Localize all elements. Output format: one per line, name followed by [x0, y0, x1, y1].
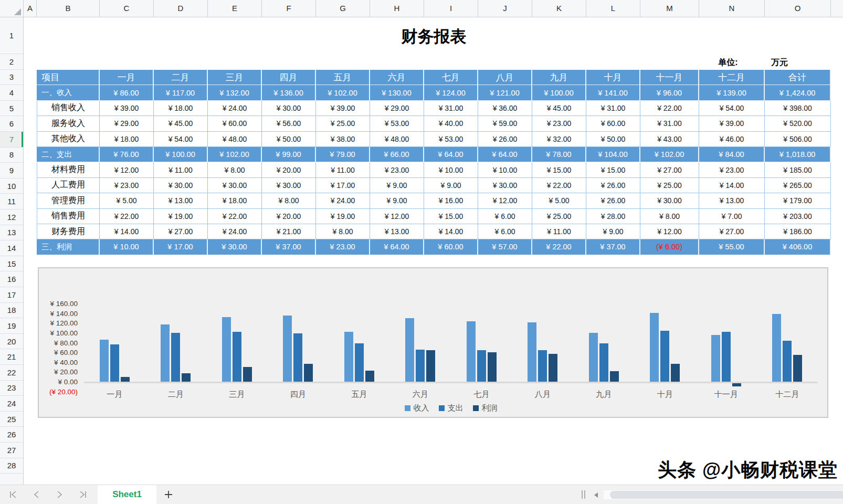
row-header-26[interactable]: 26	[0, 427, 23, 443]
column-header-B[interactable]: B	[37, 0, 100, 17]
table-cell[interactable]: ¥ 14.00	[100, 224, 154, 239]
next-sheet-button[interactable]	[54, 489, 65, 500]
table-row-label[interactable]: 销售收入	[37, 101, 100, 116]
table-cell[interactable]: ¥ 13.00	[370, 224, 424, 239]
table-cell[interactable]: ¥ 22.00	[640, 101, 699, 116]
tab-scroll-splitter[interactable]	[582, 490, 585, 499]
table-cell[interactable]: ¥ 26.00	[586, 193, 640, 208]
table-cell[interactable]: ¥ 10.00	[100, 239, 154, 255]
table-cell[interactable]: ¥ 31.00	[640, 116, 699, 131]
table-cell[interactable]: ¥ 86.00	[100, 85, 154, 100]
table-cell[interactable]: ¥ 12.00	[100, 162, 154, 177]
table-cell[interactable]: 七月	[424, 70, 478, 85]
table-cell[interactable]: ¥ 29.00	[370, 101, 424, 116]
select-all-corner[interactable]	[0, 0, 24, 17]
table-cell[interactable]: ¥ 19.00	[316, 209, 370, 224]
table-cell[interactable]: ¥ 57.00	[478, 239, 532, 255]
table-cell[interactable]: ¥ 54.00	[154, 132, 208, 147]
row-header-23[interactable]: 23	[0, 381, 23, 396]
table-cell[interactable]: ¥ 185.00	[765, 162, 831, 177]
table-cell[interactable]: ¥ 31.00	[424, 101, 478, 116]
table-cell[interactable]: ¥ 136.00	[262, 85, 316, 100]
table-cell[interactable]: ¥ 16.00	[424, 193, 478, 208]
chart-bar-支出[interactable]	[477, 350, 486, 382]
table-row-label[interactable]: 管理费用	[37, 193, 100, 208]
table-cell[interactable]: ¥ 30.00	[640, 193, 699, 208]
table-cell[interactable]: ¥ 203.00	[765, 209, 831, 224]
row-header-4[interactable]: 4	[0, 85, 23, 101]
table-cell[interactable]: ¥ 18.00	[154, 101, 208, 116]
table-cell[interactable]: ¥ 9.00	[586, 224, 640, 239]
table-cell[interactable]: ¥ 6.00	[478, 224, 532, 239]
column-header-I[interactable]: I	[424, 0, 478, 17]
table-cell[interactable]: ¥ 29.00	[100, 116, 154, 131]
horizontal-scrollbar[interactable]	[604, 490, 843, 499]
table-cell[interactable]: ¥ 11.00	[316, 162, 370, 177]
column-header-H[interactable]: H	[370, 0, 424, 17]
table-cell[interactable]: ¥ 26.00	[478, 132, 532, 147]
table-row-label[interactable]: 财务费用	[37, 224, 100, 239]
chart-bar-利润[interactable]	[488, 352, 497, 382]
table-cell[interactable]: ¥ 102.00	[316, 85, 370, 100]
table-cell[interactable]: 五月	[316, 70, 370, 85]
table-cell[interactable]: ¥ 27.00	[640, 162, 699, 177]
chart-bar-支出[interactable]	[660, 331, 669, 382]
column-header-strip[interactable]: ABCDEFGHIJKLMNO	[0, 0, 843, 17]
table-cell[interactable]: ¥ 30.00	[154, 178, 208, 193]
chart-bar-支出[interactable]	[722, 332, 731, 382]
table-cell[interactable]: ¥ 43.00	[640, 132, 699, 147]
chart-bar-利润[interactable]	[304, 364, 313, 382]
chart-bar-收入[interactable]	[467, 321, 476, 382]
row-header-15[interactable]: 15	[0, 256, 23, 272]
legend-item[interactable]: 收入	[405, 403, 429, 413]
table-cell[interactable]: ¥ 25.00	[316, 116, 370, 131]
table-cell[interactable]: ¥ 54.00	[699, 101, 765, 116]
chart-bar-收入[interactable]	[589, 333, 598, 382]
table-cell[interactable]: ¥ 28.00	[586, 209, 640, 224]
table-cell[interactable]: 九月	[532, 70, 586, 85]
prev-sheet-button[interactable]	[30, 489, 42, 500]
table-cell[interactable]: ¥ 17.00	[154, 239, 208, 255]
table-cell[interactable]: ¥ 79.00	[316, 147, 370, 162]
sheet-canvas[interactable]: 财务报表 单位: 万元 项目一月二月三月四月五月六月七月八月九月十月十一月十二月…	[24, 17, 843, 485]
chart-bar-收入[interactable]	[100, 340, 109, 382]
row-header-20[interactable]: 20	[0, 334, 23, 350]
table-cell[interactable]: ¥ 30.00	[208, 178, 262, 193]
table-cell[interactable]: ¥ 56.00	[262, 116, 316, 131]
table-cell[interactable]: ¥ 60.00	[208, 116, 262, 131]
table-cell[interactable]: ¥ 8.00	[208, 162, 262, 177]
table-cell[interactable]: ¥ 25.00	[640, 178, 699, 193]
table-cell[interactable]: ¥ 31.00	[586, 101, 640, 116]
column-header-N[interactable]: N	[699, 0, 765, 17]
table-cell[interactable]: ¥ 506.00	[765, 132, 831, 147]
table-cell[interactable]: (¥ 6.00)	[640, 239, 699, 255]
table-row-label[interactable]: 材料费用	[37, 162, 100, 177]
table-cell[interactable]: ¥ 102.00	[640, 147, 699, 162]
table-cell[interactable]: ¥ 141.00	[586, 85, 640, 100]
row-header-13[interactable]: 13	[0, 225, 23, 241]
table-cell[interactable]: ¥ 406.00	[765, 239, 831, 255]
table-cell[interactable]: ¥ 9.00	[370, 178, 424, 193]
finance-bar-chart[interactable]: ¥ 160.00¥ 140.00¥ 120.00¥ 100.00¥ 80.00¥…	[38, 267, 828, 418]
row-header-3[interactable]: 3	[0, 70, 23, 86]
table-cell[interactable]: ¥ 179.00	[765, 193, 831, 208]
row-header-11[interactable]: 11	[0, 194, 23, 209]
row-header-17[interactable]: 17	[0, 287, 23, 303]
table-cell[interactable]: ¥ 19.00	[154, 209, 208, 224]
table-row-label[interactable]: 其他收入	[37, 132, 100, 147]
table-cell[interactable]: ¥ 59.00	[478, 116, 532, 131]
column-header-O[interactable]: O	[765, 0, 831, 17]
table-cell[interactable]: ¥ 117.00	[154, 85, 208, 100]
chart-bar-利润[interactable]	[426, 350, 435, 382]
table-row-label[interactable]: 人工费用	[37, 178, 100, 193]
table-cell[interactable]: ¥ 53.00	[424, 132, 478, 147]
column-header-E[interactable]: E	[208, 0, 262, 17]
chart-bar-利润[interactable]	[610, 371, 619, 382]
table-cell[interactable]: 合计	[765, 70, 831, 85]
row-header-5[interactable]: 5	[0, 101, 23, 117]
table-cell[interactable]: 一月	[100, 70, 154, 85]
row-header-21[interactable]: 21	[0, 349, 23, 365]
column-header-G[interactable]: G	[316, 0, 370, 17]
chart-bar-利润[interactable]	[732, 383, 741, 386]
hscroll-left-arrow[interactable]	[594, 492, 598, 498]
